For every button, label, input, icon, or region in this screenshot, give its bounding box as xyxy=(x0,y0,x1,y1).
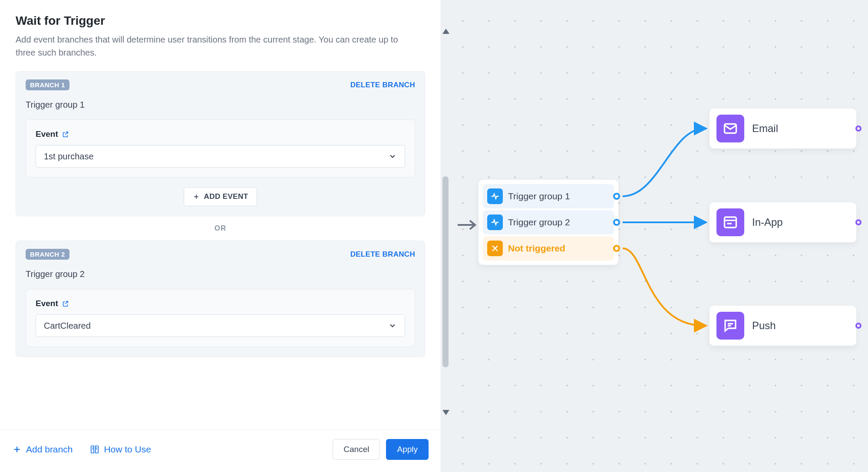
plus-icon xyxy=(12,445,22,454)
trigger-node[interactable]: Trigger group 1 Trigger group 2 Not trig… xyxy=(479,180,618,265)
branch-chip: BRANCH 1 xyxy=(26,79,69,90)
node-row-trigger-2[interactable]: Trigger group 2 xyxy=(483,210,614,234)
output-port[interactable] xyxy=(613,193,620,200)
node-row-not-triggered[interactable]: Not triggered xyxy=(483,236,614,261)
add-event-button[interactable]: ADD EVENT xyxy=(184,187,257,206)
event-select[interactable]: 1st purchase xyxy=(36,145,405,168)
svg-marker-8 xyxy=(442,29,449,34)
page-title: Wait for Trigger xyxy=(16,14,425,28)
output-port[interactable] xyxy=(855,323,861,329)
activity-icon xyxy=(487,215,503,230)
output-port[interactable] xyxy=(613,219,620,226)
branch-chip: BRANCH 2 xyxy=(26,249,69,260)
output-port[interactable] xyxy=(613,245,620,252)
node-row-trigger-1[interactable]: Trigger group 1 xyxy=(483,184,614,208)
branch-header: BRANCH 1 DELETE BRANCH xyxy=(26,79,415,90)
event-select[interactable]: CartCleared xyxy=(36,314,405,337)
how-to-use-button[interactable]: How to Use xyxy=(90,444,151,455)
close-icon xyxy=(487,241,503,256)
event-box: Event CartCleared xyxy=(26,289,415,347)
external-link-icon[interactable] xyxy=(62,300,69,307)
trigger-group-name: Trigger group 1 xyxy=(26,100,415,110)
add-branch-button[interactable]: Add branch xyxy=(12,444,73,455)
email-icon xyxy=(716,115,744,142)
output-port[interactable] xyxy=(855,219,861,225)
flow-canvas[interactable]: Trigger group 1 Trigger group 2 Not trig… xyxy=(441,0,868,472)
node-label: Trigger group 1 xyxy=(508,191,570,201)
svg-marker-9 xyxy=(442,410,449,415)
node-label: Not triggered xyxy=(508,243,565,254)
app-root: Wait for Trigger Add event branches that… xyxy=(0,0,868,472)
branch-card-2: BRANCH 2 DELETE BRANCH Trigger group 2 E… xyxy=(16,241,425,357)
caret-down-icon[interactable] xyxy=(442,410,449,415)
apply-button[interactable]: Apply xyxy=(386,439,429,460)
caret-up-icon[interactable] xyxy=(442,29,449,34)
canvas-scrollbar[interactable] xyxy=(441,29,451,415)
how-to-use-label: How to Use xyxy=(104,444,151,455)
event-label-row: Event xyxy=(36,129,405,139)
footer-left: Add branch How to Use xyxy=(12,444,151,455)
event-label: Event xyxy=(36,129,58,139)
chevron-down-icon xyxy=(388,321,397,330)
event-select-value: 1st purchase xyxy=(44,152,94,162)
node-label: Trigger group 2 xyxy=(508,217,570,228)
trigger-group-name: Trigger group 2 xyxy=(26,269,415,279)
add-event-row: ADD EVENT xyxy=(26,187,415,206)
event-label: Event xyxy=(36,299,58,308)
incoming-arrow-icon xyxy=(457,220,479,230)
cancel-button[interactable]: Cancel xyxy=(333,439,380,460)
book-icon xyxy=(90,445,99,454)
config-panel: Wait for Trigger Add event branches that… xyxy=(0,0,441,472)
or-separator: OR xyxy=(16,224,425,233)
scrollbar-thumb[interactable] xyxy=(442,176,449,367)
event-label-row: Event xyxy=(36,299,405,308)
inapp-icon xyxy=(716,208,744,236)
chevron-down-icon xyxy=(388,152,397,161)
output-port[interactable] xyxy=(855,125,861,132)
event-select-value: CartCleared xyxy=(44,321,91,331)
add-branch-label: Add branch xyxy=(26,444,73,455)
footer-right: Cancel Apply xyxy=(333,439,429,460)
push-icon xyxy=(716,312,744,340)
external-link-icon[interactable] xyxy=(62,131,69,138)
dest-label: Email xyxy=(752,122,778,135)
svg-rect-14 xyxy=(725,217,736,228)
dest-push[interactable]: Push xyxy=(710,306,856,346)
branch-header: BRANCH 2 DELETE BRANCH xyxy=(26,249,415,260)
dest-email[interactable]: Email xyxy=(710,109,856,149)
event-box: Event 1st purchase xyxy=(26,119,415,178)
plus-icon xyxy=(193,193,200,200)
delete-branch-button[interactable]: DELETE BRANCH xyxy=(350,81,415,89)
activity-icon xyxy=(487,188,503,204)
dest-label: In-App xyxy=(752,216,783,228)
branch-card-1: BRANCH 1 DELETE BRANCH Trigger group 1 E… xyxy=(16,71,425,216)
footer: Add branch How to Use Cancel Apply xyxy=(0,430,441,472)
dest-inapp[interactable]: In-App xyxy=(710,202,856,242)
dest-label: Push xyxy=(752,320,776,332)
add-event-label: ADD EVENT xyxy=(204,192,248,201)
delete-branch-button[interactable]: DELETE BRANCH xyxy=(350,250,415,259)
config-content: Wait for Trigger Add event branches that… xyxy=(0,0,441,430)
page-description: Add event branches that will determine u… xyxy=(16,33,415,59)
